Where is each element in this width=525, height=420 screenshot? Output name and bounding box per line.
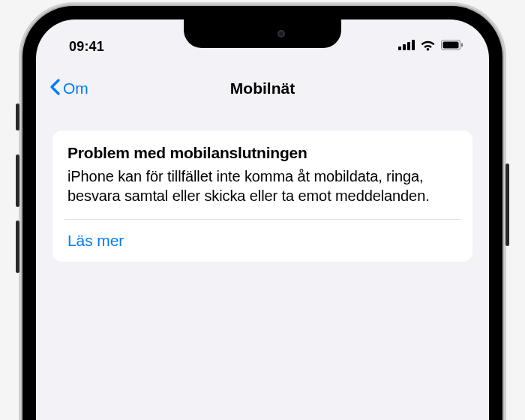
card-body: iPhone kan för tillfället inte komma åt … [68, 166, 458, 219]
chevron-left-icon [50, 79, 60, 99]
cellular-signal-icon [398, 40, 415, 53]
svg-rect-5 [443, 42, 459, 49]
status-icons [398, 40, 464, 54]
page-title: Mobilnät [230, 80, 295, 98]
battery-icon [441, 40, 464, 53]
iphone-device: 09:41 [22, 6, 502, 420]
volume-down-button[interactable] [16, 220, 20, 273]
silent-switch[interactable] [16, 104, 20, 130]
card-title: Problem med mobilanslutningen [68, 144, 458, 162]
volume-up-button[interactable] [16, 154, 20, 207]
status-time: 09:41 [69, 39, 104, 55]
wifi-icon [420, 40, 436, 54]
svg-rect-2 [407, 42, 410, 50]
front-camera [278, 30, 285, 38]
navigation-bar: Om Mobilnät [36, 60, 489, 111]
phone-bezel: 09:41 [22, 6, 502, 420]
svg-rect-1 [403, 44, 406, 50]
phone-screen: 09:41 [36, 20, 489, 420]
back-label: Om [63, 80, 88, 98]
svg-rect-0 [398, 46, 401, 50]
power-button[interactable] [506, 164, 509, 246]
svg-rect-3 [412, 40, 415, 50]
learn-more-link[interactable]: Läs mer [68, 220, 458, 262]
content-area: Problem med mobilanslutningen iPhone kan… [36, 111, 489, 262]
svg-rect-6 [461, 44, 463, 47]
back-button[interactable]: Om [50, 79, 88, 99]
notch [184, 20, 341, 48]
cellular-issue-card: Problem med mobilanslutningen iPhone kan… [52, 130, 472, 262]
